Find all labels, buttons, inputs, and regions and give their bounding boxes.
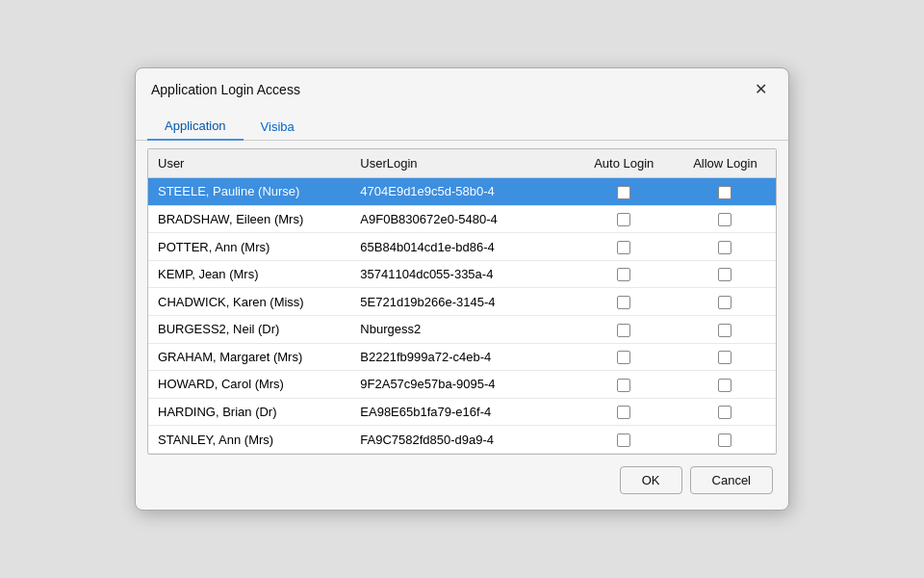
cell-autologin: [574, 316, 675, 344]
checkbox-autologin[interactable]: [617, 406, 630, 419]
cell-user: HOWARD, Carol (Mrs): [148, 371, 350, 399]
user-table: User UserLogin Auto Login Allow Login ST…: [148, 149, 776, 454]
cell-allowlogin: [675, 205, 776, 233]
checkbox-autologin[interactable]: [617, 213, 630, 226]
table-row[interactable]: STANLEY, Ann (Mrs)FA9C7582fd850-d9a9-4: [148, 426, 776, 454]
col-allowlogin: Allow Login: [675, 149, 776, 178]
cell-autologin: [574, 260, 675, 288]
checkbox-autologin[interactable]: [617, 268, 630, 281]
cell-user: GRAHAM, Margaret (Mrs): [148, 343, 350, 371]
cell-autologin: [574, 178, 675, 206]
cell-user: STEELE, Pauline (Nurse): [148, 178, 350, 206]
ok-button[interactable]: OK: [620, 466, 682, 494]
cell-user: KEMP, Jean (Mrs): [148, 260, 350, 288]
checkbox-allowlogin[interactable]: [718, 406, 732, 419]
cell-allowlogin: [675, 343, 776, 371]
close-button[interactable]: ✕: [749, 78, 773, 100]
tab-visiba[interactable]: Visiba: [244, 113, 312, 141]
table-row[interactable]: HOWARD, Carol (Mrs)9F2A57c9e57ba-9095-4: [148, 371, 776, 399]
checkbox-allowlogin[interactable]: [718, 351, 732, 364]
table-row[interactable]: BURGESS2, Neil (Dr)Nburgess2: [148, 316, 776, 344]
cell-user: POTTER, Ann (Mrs): [148, 233, 350, 261]
cell-allowlogin: [675, 178, 776, 206]
cell-userlogin: 35741104dc055-335a-4: [350, 260, 573, 288]
table-row[interactable]: STEELE, Pauline (Nurse)4704E9d1e9c5d-58b…: [148, 178, 776, 206]
checkbox-allowlogin[interactable]: [718, 434, 732, 447]
cell-userlogin: EA98E65b1fa79-e16f-4: [350, 398, 573, 426]
cell-autologin: [574, 205, 675, 233]
cell-allowlogin: [675, 260, 776, 288]
dialog-title: Application Login Access: [151, 82, 300, 97]
cell-allowlogin: [675, 371, 776, 399]
table-row[interactable]: GRAHAM, Margaret (Mrs)B2221fb999a72-c4eb…: [148, 343, 776, 371]
table-container: User UserLogin Auto Login Allow Login ST…: [147, 148, 777, 455]
col-user: User: [148, 149, 350, 178]
cell-user: BRADSHAW, Eileen (Mrs): [148, 205, 350, 233]
col-userlogin: UserLogin: [350, 149, 573, 178]
cell-autologin: [574, 426, 675, 454]
checkbox-allowlogin[interactable]: [718, 241, 732, 254]
cell-autologin: [574, 343, 675, 371]
table-row[interactable]: POTTER, Ann (Mrs)65B84b014cd1e-bd86-4: [148, 233, 776, 261]
col-autologin: Auto Login: [574, 149, 675, 178]
cell-autologin: [574, 233, 675, 261]
checkbox-autologin[interactable]: [617, 324, 630, 337]
cell-user: HARDING, Brian (Dr): [148, 398, 350, 426]
checkbox-autologin[interactable]: [617, 351, 630, 364]
cell-userlogin: A9F0B830672e0-5480-4: [350, 205, 573, 233]
cell-userlogin: 65B84b014cd1e-bd86-4: [350, 233, 573, 261]
cell-allowlogin: [675, 233, 776, 261]
tab-bar: Application Visiba: [136, 108, 788, 141]
cell-user: CHADWICK, Karen (Miss): [148, 288, 350, 316]
checkbox-allowlogin[interactable]: [718, 213, 732, 226]
checkbox-allowlogin[interactable]: [718, 379, 732, 392]
checkbox-autologin[interactable]: [617, 379, 630, 392]
checkbox-allowlogin[interactable]: [718, 296, 732, 309]
cell-allowlogin: [675, 426, 776, 454]
tab-application[interactable]: Application: [147, 113, 244, 141]
cell-userlogin: B2221fb999a72-c4eb-4: [350, 343, 573, 371]
cell-autologin: [574, 398, 675, 426]
cell-userlogin: FA9C7582fd850-d9a9-4: [350, 426, 573, 454]
cell-userlogin: 4704E9d1e9c5d-58b0-4: [350, 178, 573, 206]
dialog-application-login-access: Application Login Access ✕ Application V…: [135, 67, 789, 511]
table-row[interactable]: HARDING, Brian (Dr)EA98E65b1fa79-e16f-4: [148, 398, 776, 426]
cell-allowlogin: [675, 398, 776, 426]
title-bar: Application Login Access ✕: [136, 68, 788, 108]
table-row[interactable]: CHADWICK, Karen (Miss)5E721d19b266e-3145…: [148, 288, 776, 316]
cell-userlogin: Nburgess2: [350, 316, 573, 344]
checkbox-autologin[interactable]: [617, 296, 630, 309]
checkbox-allowlogin[interactable]: [718, 324, 732, 337]
table-row[interactable]: KEMP, Jean (Mrs)35741104dc055-335a-4: [148, 260, 776, 288]
table-row[interactable]: BRADSHAW, Eileen (Mrs)A9F0B830672e0-5480…: [148, 205, 776, 233]
dialog-footer: OK Cancel: [136, 455, 788, 494]
cell-autologin: [574, 371, 675, 399]
cancel-button[interactable]: Cancel: [690, 466, 773, 494]
cell-userlogin: 9F2A57c9e57ba-9095-4: [350, 371, 573, 399]
checkbox-autologin[interactable]: [617, 434, 630, 447]
checkbox-autologin[interactable]: [617, 241, 630, 254]
cell-allowlogin: [675, 316, 776, 344]
table-scroll-area[interactable]: User UserLogin Auto Login Allow Login ST…: [148, 149, 776, 454]
checkbox-allowlogin[interactable]: [718, 186, 732, 199]
cell-user: STANLEY, Ann (Mrs): [148, 426, 350, 454]
cell-allowlogin: [675, 288, 776, 316]
cell-autologin: [574, 288, 675, 316]
checkbox-allowlogin[interactable]: [718, 268, 732, 281]
cell-userlogin: 5E721d19b266e-3145-4: [350, 288, 573, 316]
cell-user: BURGESS2, Neil (Dr): [148, 316, 350, 344]
checkbox-autologin[interactable]: [617, 186, 630, 199]
